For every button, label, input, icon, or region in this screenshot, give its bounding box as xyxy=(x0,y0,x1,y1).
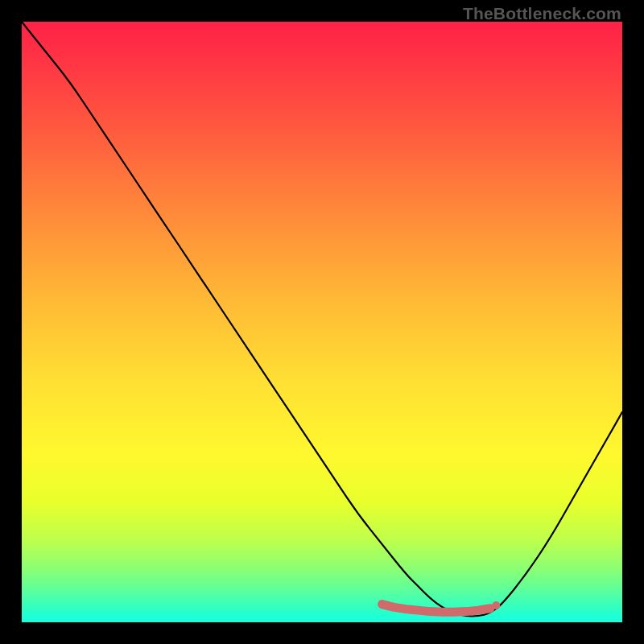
highlight-end-dot xyxy=(492,601,500,609)
chart-container: TheBottleneck.com xyxy=(0,0,644,644)
plot-area xyxy=(22,22,622,622)
highlight-segment xyxy=(382,605,490,613)
watermark-text: TheBottleneck.com xyxy=(463,4,621,23)
bottleneck-curve xyxy=(22,22,622,617)
curve-layer xyxy=(22,22,622,622)
